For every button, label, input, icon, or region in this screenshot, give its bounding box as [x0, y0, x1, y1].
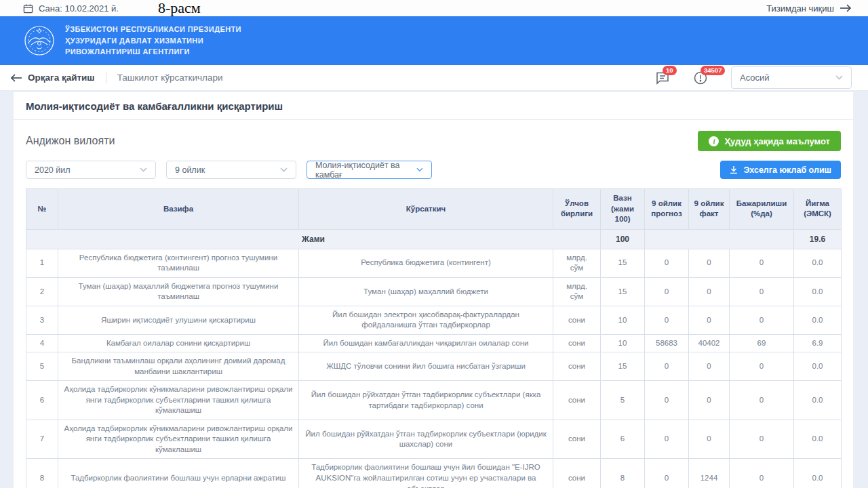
agency-name: ЎЗБЕКИСТОН РЕСПУБЛИКАСИ ПРЕЗИДЕНТИ ҲУЗУР… [65, 24, 241, 58]
breadcrumb[interactable]: Ташкилот кўрсаткичлари [117, 73, 223, 83]
cell-percent: 0 [730, 381, 794, 420]
cell-n: 8 [26, 459, 58, 488]
alerts-badge: 34507 [701, 66, 725, 75]
date-label: Сана: 10.02.2021 й. [39, 3, 119, 14]
messages-button[interactable]: 10 [655, 70, 670, 85]
cell-sum: 0.0 [794, 420, 842, 459]
col-task: Вазифа [58, 189, 299, 230]
excel-download-label: Эхселга юклаб олиш [743, 165, 831, 175]
cell-unit: млрд. сўм [553, 249, 601, 277]
year-select-value: 2020 йил [35, 165, 71, 175]
chevron-down-icon [416, 167, 423, 172]
calendar-icon [23, 3, 33, 14]
cell-forecast: 0 [645, 459, 689, 488]
cell-unit: млрд. сўм [553, 277, 601, 306]
table-row: 7Аҳолида тадбиркорлик кўникмаларини риво… [26, 420, 842, 459]
table-row: 3Яширин иқтисодиёт улушини қискартиришЙи… [26, 306, 842, 334]
cell-n: 5 [26, 352, 58, 381]
cell-fact: 0 [689, 306, 730, 334]
cell-sum: 0.0 [794, 352, 842, 381]
nav-bar: Орқага қайтиш Ташкилот кўрсаткичлари 10 … [0, 65, 868, 91]
cell-fact: 0 [689, 420, 730, 459]
cell-indicator: Йил бошидан рўйхатдан ўтган тадбиркорлик… [299, 420, 553, 459]
cell-task: Аҳолида тадбиркорлик кўникмаларини ривож… [58, 420, 299, 459]
cell-percent: 0 [730, 352, 794, 381]
table-row: 4Камбағал оилалар сонини қисқартиришЙил … [26, 334, 842, 352]
region-info-button[interactable]: i Ҳудуд ҳақида маълумот [698, 131, 841, 151]
cell-task: Туман (шаҳар) маҳаллий бюджетига прогноз… [58, 277, 299, 306]
cell-fact: 0 [689, 352, 730, 381]
period-select-value: 9 ойлик [175, 165, 205, 175]
cell-weight: 5 [601, 381, 645, 420]
cell-percent: 0 [730, 459, 794, 488]
cell-indicator: Йил бошидан камбағалликдан чиқарилган ои… [299, 334, 553, 352]
cell-sum: 0.0 [794, 306, 842, 334]
download-icon [730, 165, 738, 174]
context-select[interactable]: Асосий [731, 66, 852, 89]
cell-n: 7 [26, 420, 58, 459]
col-weight: Вазн (жами 100) [601, 189, 645, 230]
total-sum: 19.6 [794, 229, 842, 249]
cell-sum: 6.9 [794, 334, 842, 352]
col-percent: Бажарилиши (%да) [730, 189, 794, 230]
table-row: 1Республика бюджетига (контингент) прогн… [26, 249, 842, 277]
year-select[interactable]: 2020 йил [26, 161, 156, 179]
cell-unit: сони [553, 420, 601, 459]
top-utility-bar: Сана: 10.02.2021 й. 8-расм Тизимдан чиқи… [0, 0, 868, 16]
table-row: 2Туман (шаҳар) маҳаллий бюджетига прогно… [26, 277, 842, 306]
sphere-select[interactable]: Молия-иқтисодиёт ва камбағ [307, 161, 432, 179]
cell-indicator: ЖШДС тўловчи сонини йил бошига нисбатан … [299, 352, 553, 381]
cell-weight: 10 [601, 334, 645, 352]
cell-weight: 8 [601, 459, 645, 488]
cell-indicator: Йил бошидан рўйхатдан ўтган тадбиркорлик… [299, 381, 553, 420]
cell-task: Аҳолида тадбиркорлик кўникмаларини ривож… [58, 381, 299, 420]
table-row: 5Бандликни таъминлаш орқали аҳолининг до… [26, 352, 842, 381]
cell-weight: 15 [601, 352, 645, 381]
period-select[interactable]: 9 ойлик [166, 161, 296, 179]
region-info-label: Ҳудуд ҳақида маълумот [724, 136, 830, 146]
cell-fact: 0 [689, 381, 730, 420]
cell-sum: 0.0 [794, 381, 842, 420]
back-button[interactable]: Орқага қайтиш [11, 73, 95, 83]
alerts-button[interactable]: 34507 [693, 70, 708, 85]
sphere-select-value: Молия-иқтисодиёт ва камбағ [315, 161, 416, 180]
content-card: Молия-иқтисодиёт ва камбағалликни қисқар… [14, 92, 853, 488]
chevron-down-icon [140, 167, 147, 172]
col-sum: Йигма (ЭМСК) [794, 189, 842, 230]
logout-button[interactable]: Тизимдан чиқиш [766, 3, 852, 14]
cell-n: 3 [26, 306, 58, 334]
cell-sum: 0.0 [794, 459, 842, 488]
cell-unit: сони [553, 334, 601, 352]
cell-percent: 69 [730, 334, 794, 352]
chevron-down-icon [280, 167, 288, 172]
total-row: Жами 100 19.6 [26, 229, 842, 249]
total-label: Жами [26, 229, 601, 249]
table-header-row: № Вазифа Кўрсаткич Ўлчов бирлиги Вазн (ж… [26, 189, 842, 230]
total-weight: 100 [601, 229, 645, 249]
cell-indicator: Тадбиркорлик фаолиятини бошлаш учун йил … [299, 459, 553, 488]
col-number: № [26, 189, 58, 230]
cell-task: Камбағал оилалар сонини қисқартириш [58, 334, 299, 352]
nav-divider [106, 73, 106, 83]
cell-indicator: Туман (шаҳар) маҳаллий бюджети [299, 277, 553, 306]
chevron-down-icon [835, 75, 843, 80]
cell-n: 6 [26, 381, 58, 420]
col-indicator: Кўрсаткич [299, 189, 553, 230]
cell-n: 2 [26, 277, 58, 306]
excel-download-button[interactable]: Эхселга юклаб олиш [720, 161, 841, 179]
cell-forecast: 0 [645, 249, 689, 277]
cell-percent: 0 [730, 249, 794, 277]
cell-task: Республика бюджетига (контингент) прогно… [58, 249, 299, 277]
logout-label: Тизимдан чиқиш [766, 3, 834, 14]
cell-indicator: Йил бошидан электрон ҳисобварақ-фактурал… [299, 306, 553, 334]
info-icon: i [709, 136, 719, 146]
agency-name-line1: ЎЗБЕКИСТОН РЕСПУБЛИКАСИ ПРЕЗИДЕНТИ [65, 24, 241, 35]
cell-fact: 1244 [689, 459, 730, 488]
agency-logo [23, 24, 56, 57]
agency-name-line2: ҲУЗУРИДАГИ ДАВЛАТ ХИЗМАТИНИ [65, 35, 241, 47]
agency-name-line3: РИВОЖЛАНТИРИШ АГЕНТЛИГИ [65, 46, 241, 58]
cell-sum: 0.0 [794, 277, 842, 306]
col-fact: 9 ойлик факт [689, 189, 730, 230]
cell-task: Бандликни таъминлаш орқали аҳолининг дои… [58, 352, 299, 381]
date-display: Сана: 10.02.2021 й. [23, 3, 119, 14]
